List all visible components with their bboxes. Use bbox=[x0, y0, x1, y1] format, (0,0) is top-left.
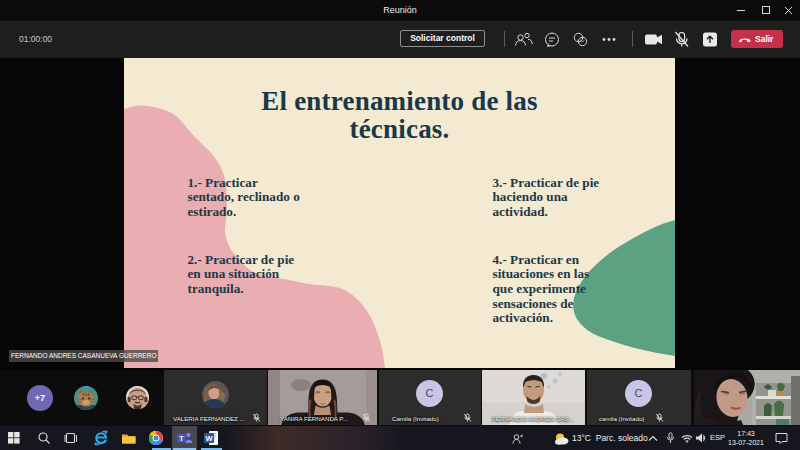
svg-text:W: W bbox=[205, 434, 213, 443]
svg-text:T: T bbox=[179, 435, 184, 442]
